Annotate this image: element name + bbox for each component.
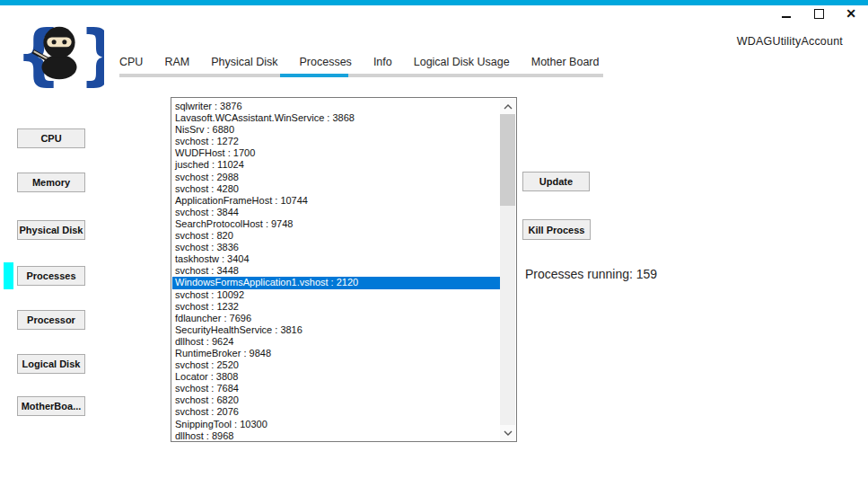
scrollbar[interactable] <box>500 99 515 440</box>
svg-text:}: } <box>79 17 104 93</box>
process-row[interactable]: jusched : 11024 <box>172 159 500 171</box>
close-icon: ✕ <box>846 7 856 20</box>
active-section-indicator <box>4 262 13 289</box>
sidebar-button-processor[interactable]: Processor <box>17 310 85 330</box>
maximize-icon <box>814 9 824 19</box>
account-name-label: WDAGUtilityAccount <box>737 35 843 48</box>
process-row[interactable]: svchost : 2988 <box>172 172 500 183</box>
tab-underline-track <box>119 74 603 77</box>
tab-underline-active <box>280 74 348 77</box>
sidebar-button-physical-disk[interactable]: Physical Disk <box>17 220 85 240</box>
scrollbar-thumb[interactable] <box>500 114 515 206</box>
process-row[interactable]: svchost : 6820 <box>172 394 500 406</box>
process-list-rows: sqlwriter : 3876Lavasoft.WCAssistant.Win… <box>172 99 500 440</box>
process-row[interactable]: WUDFHost : 1700 <box>172 147 500 159</box>
processes-running-label: Processes running: 159 <box>525 267 657 281</box>
process-row[interactable]: svchost : 4280 <box>172 183 500 195</box>
scrollbar-down-button[interactable] <box>500 425 515 440</box>
sidebar-button-cpu[interactable]: CPU <box>17 128 85 148</box>
process-row[interactable]: SnippingTool : 10300 <box>172 419 500 430</box>
process-listbox[interactable]: sqlwriter : 3876Lavasoft.WCAssistant.Win… <box>171 97 517 442</box>
process-row[interactable]: Lavasoft.WCAssistant.WinService : 3868 <box>172 112 500 124</box>
minimize-button[interactable] <box>776 5 796 22</box>
process-row[interactable]: NisSrv : 6880 <box>172 124 500 136</box>
process-row[interactable]: fdlauncher : 7696 <box>172 313 500 324</box>
sidebar-button-processes[interactable]: Processes <box>17 266 85 286</box>
process-row[interactable]: WindowsFormsApplication1.vshost : 2120 <box>172 277 500 288</box>
process-row[interactable]: dllhost : 9624 <box>172 336 500 348</box>
process-row[interactable]: svchost : 10092 <box>172 289 500 301</box>
close-button[interactable]: ✕ <box>841 5 861 22</box>
app-window: ✕ { } WDAGUtilityAccount CPURAMPhysical … <box>0 0 868 478</box>
update-button[interactable]: Update <box>522 172 590 191</box>
chevron-up-icon <box>504 104 513 110</box>
process-row[interactable]: dllhost : 8968 <box>172 430 500 440</box>
sidebar-button-memory[interactable]: Memory <box>17 173 85 192</box>
process-row[interactable]: SearchProtocolHost : 9748 <box>172 218 500 230</box>
process-row[interactable]: svchost : 2520 <box>172 359 500 371</box>
window-controls: ✕ <box>776 5 861 22</box>
process-row[interactable]: RuntimeBroker : 9848 <box>172 348 500 359</box>
sidebar-button-logical-disk[interactable]: Logical Disk <box>17 354 85 374</box>
process-row[interactable]: svchost : 7684 <box>172 383 500 394</box>
process-row[interactable]: svchost : 1272 <box>172 136 500 147</box>
app-logo-ninja-braces-icon: { } <box>14 16 104 93</box>
process-row[interactable]: Locator : 3808 <box>172 371 500 383</box>
process-row[interactable]: svchost : 3836 <box>172 242 500 253</box>
process-row[interactable]: svchost : 3844 <box>172 207 500 218</box>
process-row[interactable]: sqlwriter : 3876 <box>172 101 500 112</box>
maximize-button[interactable] <box>809 5 829 22</box>
titlebar-accent-strip <box>0 0 868 5</box>
process-row[interactable]: svchost : 3448 <box>172 265 500 277</box>
process-row[interactable]: svchost : 1232 <box>172 301 500 313</box>
process-row[interactable]: ApplicationFrameHost : 10744 <box>172 195 500 207</box>
kill-process-button[interactable]: Kill Process <box>522 219 591 240</box>
scrollbar-up-button[interactable] <box>500 99 515 114</box>
process-row[interactable]: svchost : 820 <box>172 230 500 242</box>
chevron-down-icon <box>504 430 513 436</box>
minimize-icon <box>782 16 791 18</box>
sidebar-button-motherboa[interactable]: MotherBoa... <box>17 396 85 416</box>
process-row[interactable]: SecurityHealthService : 3816 <box>172 324 500 336</box>
process-row[interactable]: taskhostw : 3404 <box>172 253 500 265</box>
process-row[interactable]: svchost : 2076 <box>172 406 500 418</box>
